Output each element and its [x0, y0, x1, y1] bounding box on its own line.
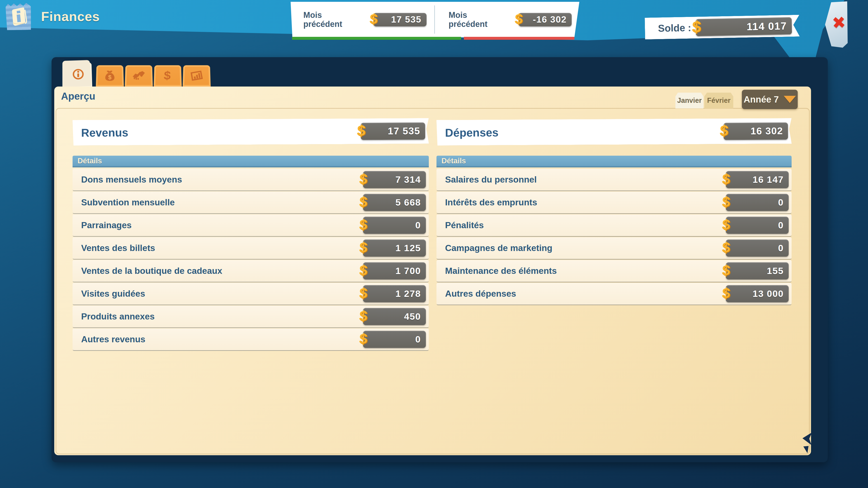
- expenses-header: Dépenses $ 16 302: [436, 118, 792, 145]
- section-title: Aperçu: [61, 91, 95, 102]
- table-row[interactable]: Ventes des billets $ 1 125: [72, 237, 429, 259]
- row-label: Maintenance des éléments: [436, 266, 557, 276]
- chevron-down-icon: [784, 96, 796, 103]
- finances-book-icon: [5, 2, 32, 31]
- previous-month-income: Mois précédent $ 17 535: [289, 2, 434, 37]
- revenue-rows: Dons mensuels moyens $ 7 314 Subvention …: [72, 169, 429, 351]
- row-amount: $ 0: [726, 194, 789, 211]
- currency-icon: $: [722, 240, 731, 255]
- previous-month-banner: Mois précédent $ 17 535 Mois précédent $…: [289, 2, 579, 37]
- table-row[interactable]: Salaires du personnel $ 16 147: [436, 169, 792, 191]
- app-header: Finances: [6, 3, 100, 30]
- revenue-title: Revenus: [81, 126, 128, 139]
- expense-underline: [464, 37, 575, 40]
- currency-icon: $: [722, 195, 731, 209]
- year-dropdown[interactable]: Année 7: [742, 90, 798, 109]
- table-row[interactable]: Parrainages $ 0: [72, 215, 429, 236]
- tab-stats[interactable]: [183, 65, 211, 87]
- revenue-total: $ 17 535: [361, 122, 425, 140]
- expenses-title: Dépenses: [445, 126, 499, 139]
- tab-pricing[interactable]: $: [154, 65, 182, 87]
- finances-screen: Finances Mois précédent $ 17 535 Mois pr…: [0, 0, 868, 488]
- balance-label: Solde :: [658, 22, 691, 34]
- row-amount: $ 450: [363, 308, 426, 325]
- currency-icon: $: [359, 331, 368, 346]
- row-label: Ventes des billets: [72, 243, 155, 253]
- prev-expense-amount: $ -16 302: [519, 13, 572, 26]
- balance-banner: Solde : $ 114 017: [645, 15, 800, 39]
- prev-expense-label: Mois précédent: [449, 11, 502, 29]
- row-amount: $ 0: [726, 239, 789, 257]
- revenue-header: Revenus $ 17 535: [72, 118, 429, 145]
- expenses-total: $ 16 302: [723, 122, 788, 140]
- currency-icon: $: [719, 123, 729, 138]
- row-label: Salaires du personnel: [436, 175, 537, 185]
- row-label: Pénalités: [436, 220, 484, 230]
- row-label: Visites guidées: [72, 289, 145, 299]
- table-row[interactable]: Autres revenus $ 0: [72, 328, 429, 350]
- currency-icon: $: [722, 217, 731, 232]
- currency-icon: $: [692, 19, 702, 35]
- currency-icon: $: [359, 217, 368, 232]
- currency-icon: $: [722, 172, 731, 186]
- info-icon: [72, 68, 84, 80]
- handshake-icon: [132, 70, 145, 81]
- balance-amount: $ 114 017: [695, 17, 792, 36]
- expenses-rows: Salaires du personnel $ 16 147 Intérêts …: [436, 169, 792, 306]
- table-row[interactable]: Dons mensuels moyens $ 7 314: [72, 169, 429, 191]
- overview-panel: Aperçu Janvier Février Année 7 Revenus $…: [54, 87, 811, 455]
- finances-panel-frame: $ $: [52, 57, 828, 462]
- svg-text:$: $: [163, 70, 171, 82]
- currency-icon: $: [359, 263, 368, 278]
- money-bag-icon: $: [104, 70, 116, 82]
- mouse-cursor-icon: [800, 432, 819, 454]
- table-row[interactable]: Produits annexes $ 450: [72, 306, 429, 327]
- prev-income-amount: $ 17 535: [373, 13, 427, 26]
- currency-icon: $: [722, 286, 731, 300]
- year-label: Année 7: [744, 94, 779, 105]
- row-label: Parrainages: [72, 220, 131, 230]
- month-tab-janvier[interactable]: Janvier: [675, 93, 704, 108]
- table-row[interactable]: Ventes de la boutique de cadeaux $ 1 700: [72, 260, 429, 282]
- row-amount: $ 1 700: [363, 262, 426, 280]
- row-amount: $ 1 278: [363, 285, 426, 302]
- row-amount: $ 5 668: [363, 194, 426, 211]
- row-label: Campagnes de marketing: [436, 243, 553, 253]
- table-row[interactable]: Intérêts des emprunts $ 0: [436, 192, 792, 213]
- row-label: Autres dépenses: [436, 289, 516, 299]
- currency-icon: $: [369, 12, 378, 26]
- close-icon: ✖: [831, 12, 846, 32]
- table-row[interactable]: Maintenance des éléments $ 155: [436, 260, 792, 282]
- row-amount: $ 155: [726, 262, 789, 280]
- svg-text:$: $: [108, 74, 112, 80]
- currency-icon: $: [515, 12, 523, 26]
- row-amount: $ 0: [363, 331, 426, 348]
- table-row[interactable]: Visites guidées $ 1 278: [72, 283, 429, 304]
- row-label: Produits annexes: [72, 312, 155, 322]
- currency-icon: $: [359, 240, 368, 255]
- row-label: Ventes de la boutique de cadeaux: [72, 266, 222, 276]
- row-amount: $ 0: [726, 217, 789, 234]
- row-label: Subvention mensuelle: [72, 197, 175, 207]
- currency-icon: $: [722, 263, 731, 278]
- expenses-details-header: Détails: [436, 156, 792, 167]
- row-amount: $ 1 125: [363, 239, 426, 257]
- tab-deals[interactable]: [125, 65, 153, 87]
- row-label: Autres revenus: [72, 334, 145, 344]
- table-row[interactable]: Pénalités $ 0: [436, 215, 792, 236]
- table-row[interactable]: Campagnes de marketing $ 0: [436, 237, 792, 259]
- row-amount: $ 7 314: [363, 171, 426, 188]
- page-title: Finances: [41, 5, 100, 28]
- row-label: Intérêts des emprunts: [436, 197, 537, 207]
- row-amount: $ 16 147: [726, 171, 789, 188]
- tab-overview[interactable]: [64, 62, 92, 87]
- table-row[interactable]: Subvention mensuelle $ 5 668: [72, 192, 429, 213]
- currency-icon: $: [359, 286, 368, 300]
- month-tab-fevrier[interactable]: Février: [704, 93, 733, 108]
- bar-chart-icon: [190, 70, 203, 82]
- tab-income[interactable]: $: [96, 65, 124, 87]
- currency-icon: $: [359, 195, 368, 209]
- currency-icon: $: [357, 123, 366, 138]
- prev-income-label: Mois précédent: [303, 11, 356, 29]
- table-row[interactable]: Autres dépenses $ 13 000: [436, 283, 792, 304]
